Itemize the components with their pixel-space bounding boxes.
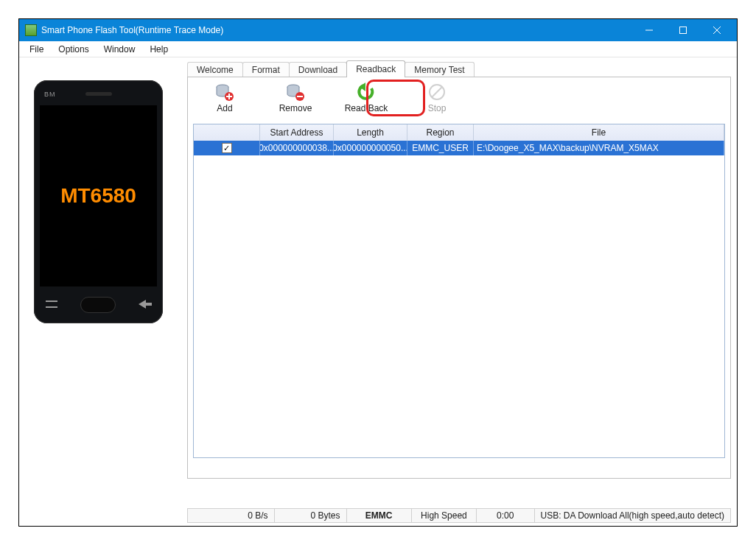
menu-window[interactable]: Window (97, 43, 143, 56)
readback-table: Start Address Length Region File ✓ 0x000… (193, 124, 725, 458)
window-title: Smart Phone Flash Tool(Runtime Trace Mod… (41, 25, 223, 35)
table-row[interactable]: ✓ 0x000000000038... 0x000000000050... EM… (194, 141, 724, 155)
cell-length: 0x000000000050... (334, 141, 407, 155)
app-icon (25, 24, 37, 36)
toolbar: Add Remove (188, 77, 730, 119)
status-speed: 0 B/s (188, 509, 275, 522)
readback-label: Read Back (345, 103, 388, 113)
col-region[interactable]: Region (407, 124, 474, 141)
status-usb: USB: DA Download All(high speed,auto det… (535, 509, 730, 522)
phone-back-icon (139, 300, 152, 311)
phone-home-button (80, 297, 116, 313)
status-mode: High Speed (412, 509, 477, 522)
phone-illustration: BM MT6580 (34, 80, 163, 323)
svg-line-14 (432, 87, 442, 97)
readback-arrow-icon (357, 82, 376, 102)
svg-rect-1 (680, 27, 687, 34)
col-start-address[interactable]: Start Address (260, 124, 334, 141)
tab-format[interactable]: Format (242, 62, 290, 77)
table-header: Start Address Length Region File (194, 124, 724, 141)
remove-label: Remove (279, 103, 312, 113)
col-length[interactable]: Length (334, 124, 407, 141)
readback-button[interactable]: Read Back (344, 82, 388, 113)
stop-label: Stop (428, 103, 447, 113)
chip-label: MT6580 (60, 184, 136, 208)
cell-file: E:\Doogee_X5_MAX\backup\NVRAM_X5MAX (474, 141, 724, 155)
database-add-icon (215, 82, 234, 102)
close-button[interactable] (700, 19, 734, 41)
tab-readback[interactable]: Readback (346, 60, 405, 77)
table-body: ✓ 0x000000000038... 0x000000000050... EM… (194, 141, 724, 457)
database-remove-icon (286, 82, 305, 102)
phone-menu-icon (46, 300, 57, 311)
col-checkbox[interactable] (194, 124, 260, 141)
tab-memory-test[interactable]: Memory Test (405, 62, 474, 77)
status-time: 0:00 (477, 509, 534, 522)
stop-button[interactable]: Stop (415, 82, 459, 113)
status-storage: EMMC (347, 509, 412, 522)
menu-help[interactable]: Help (142, 43, 175, 56)
titlebar: Smart Phone Flash Tool(Runtime Trace Mod… (19, 19, 737, 41)
remove-button[interactable]: Remove (273, 82, 318, 113)
add-label: Add (217, 103, 232, 113)
status-bar: 0 B/s 0 Bytes EMMC High Speed 0:00 USB: … (187, 508, 731, 523)
tab-welcome[interactable]: Welcome (187, 62, 243, 77)
row-checkbox[interactable]: ✓ (222, 143, 232, 153)
status-bytes: 0 Bytes (275, 509, 347, 522)
menu-file[interactable]: File (22, 43, 51, 56)
maximize-button[interactable] (666, 19, 700, 41)
minimize-button[interactable] (632, 19, 666, 41)
tab-body: Add Remove (187, 77, 731, 479)
stop-icon (427, 82, 447, 102)
cell-start: 0x000000000038... (260, 141, 334, 155)
phone-earpiece (85, 92, 112, 96)
add-button[interactable]: Add (203, 82, 247, 113)
menubar: File Options Window Help (19, 41, 737, 57)
tab-header: Welcome Format Download Readback Memory … (187, 61, 731, 77)
col-file[interactable]: File (474, 124, 724, 141)
menu-options[interactable]: Options (51, 43, 96, 56)
cell-region: EMMC_USER (407, 141, 474, 155)
phone-screen: MT6580 (40, 105, 157, 286)
phone-brand: BM (44, 91, 56, 98)
tab-download[interactable]: Download (289, 62, 347, 77)
